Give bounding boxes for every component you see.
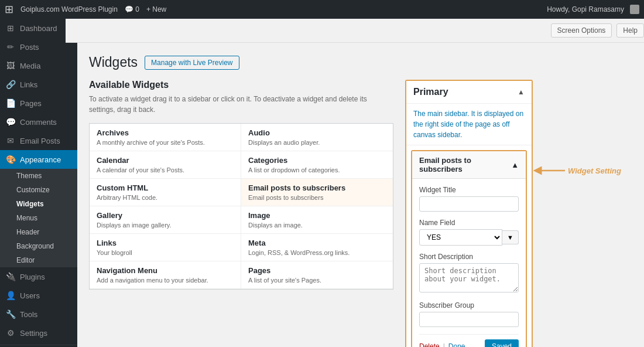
page-title: Widgets: [89, 55, 138, 70]
sidebar-item-appearance[interactable]: 🎨 Appearance: [0, 150, 77, 169]
name-field-dropdown-btn[interactable]: ▼: [502, 230, 519, 244]
saved-button[interactable]: Saved: [485, 339, 519, 347]
widget-desc-custom-html: Arbitrary HTML code.: [97, 194, 234, 201]
widget-cell-pages[interactable]: Pages A list of your site's Pages.: [241, 261, 393, 289]
submenu-item-menus[interactable]: Menus: [0, 211, 77, 225]
sidebar-label-pages: Pages: [20, 99, 42, 108]
email-widget-expanded: Email posts to subscribers ▲ Widget Titl…: [411, 150, 527, 347]
subscriber-group-input[interactable]: [419, 312, 519, 327]
posts-icon: ✏: [6, 42, 15, 52]
sidebar-item-plugins[interactable]: 🔌 Plugins: [0, 267, 77, 286]
widget-title-calendar: Calendar: [97, 156, 234, 165]
widget-expanded-header[interactable]: Email posts to subscribers ▲: [412, 151, 526, 179]
sidebar-item-tools[interactable]: 🔧 Tools: [0, 305, 77, 324]
screen-options-button[interactable]: Screen Options: [551, 23, 612, 38]
email-posts-icon: ✉: [6, 136, 15, 145]
wp-logo-icon[interactable]: ⊞: [5, 3, 13, 16]
widgets-container: Available Widgets To activate a widget d…: [89, 80, 632, 347]
widget-cell-navigation-menu[interactable]: Navigation Menu Add a navigation menu to…: [90, 261, 241, 289]
widget-desc-categories: A list or dropdown of categories.: [248, 166, 386, 174]
primary-panel-description: The main sidebar. It is displayed on the…: [406, 104, 532, 145]
done-widget-link[interactable]: Done: [448, 342, 465, 347]
plugins-icon: 🔌: [6, 272, 15, 281]
primary-panel: Primary ▲ The main sidebar. It is displa…: [405, 80, 533, 347]
site-name[interactable]: Goiplus.com WordPress Plugin: [20, 5, 118, 13]
widget-cell-calendar[interactable]: Calendar A calendar of your site's Posts…: [90, 151, 241, 179]
widget-title-audio: Audio: [248, 128, 386, 137]
dashboard-icon: ⊞: [6, 23, 15, 33]
delete-widget-link[interactable]: Delete: [419, 342, 440, 347]
avatar: [630, 5, 639, 14]
admin-bar: ⊞ Goiplus.com WordPress Plugin 💬 0 + New…: [0, 0, 644, 19]
widget-cell-audio[interactable]: Audio Displays an audio player.: [241, 124, 393, 151]
screen-options-bar: Screen Options Help: [66, 19, 644, 43]
comments-link[interactable]: 💬 0: [125, 5, 139, 13]
menu-separator: [0, 345, 77, 345]
primary-panel-header: Primary ▲: [406, 81, 532, 104]
sidebar-item-comments[interactable]: 💬 Comments: [0, 113, 77, 131]
widget-cell-archives[interactable]: Archives A monthly archive of your site'…: [90, 124, 241, 151]
pages-icon: 📄: [6, 98, 15, 108]
sidebar-item-links[interactable]: 🔗 Links: [0, 75, 77, 94]
widget-setting-annotation: Widget Setting: [533, 80, 632, 179]
link-separator: |: [443, 342, 445, 347]
widget-desc-archives: A monthly archive of your site's Posts.: [97, 139, 234, 146]
name-field-select[interactable]: YES NO: [419, 229, 502, 246]
widget-expanded-title: Email posts to subscribers: [419, 156, 511, 174]
widget-title-navigation-menu: Navigation Menu: [97, 266, 234, 275]
widget-title-links: Links: [97, 239, 234, 247]
short-desc-textarea[interactable]: [419, 263, 519, 292]
widget-cell-categories[interactable]: Categories A list or dropdown of categor…: [241, 151, 393, 179]
primary-sidebar-area: Primary ▲ The main sidebar. It is displa…: [405, 80, 533, 347]
widget-title-field: Widget Title: [419, 186, 519, 212]
new-content-button[interactable]: + New: [146, 5, 166, 13]
media-icon: 🖼: [6, 61, 15, 70]
short-desc-field: Short Description: [419, 253, 519, 294]
widget-cell-gallery[interactable]: Gallery Displays an image gallery.: [90, 206, 241, 234]
live-preview-button[interactable]: Manage with Live Preview: [145, 56, 239, 70]
submenu-item-widgets[interactable]: Widgets: [0, 197, 77, 211]
widget-title-label: Widget Title: [419, 186, 519, 194]
widget-title-custom-html: Custom HTML: [97, 183, 234, 192]
widget-title-categories: Categories: [248, 156, 386, 165]
name-field-label: Name Field: [419, 219, 519, 227]
user-greeting: Howdy, Gopi Ramasamy: [547, 5, 624, 13]
primary-collapse-icon[interactable]: ▲: [518, 88, 525, 96]
sidebar-label-media: Media: [20, 62, 40, 70]
annotation-text: Widget Setting: [568, 166, 621, 175]
comments-menu-icon: 💬: [6, 117, 15, 127]
widget-cell-email-posts[interactable]: Email posts to subscribers Email posts t…: [241, 179, 393, 206]
widget-cell-links[interactable]: Links Your blogroll: [90, 234, 241, 261]
submenu-item-background[interactable]: Background: [0, 239, 77, 253]
submenu-item-editor[interactable]: Editor: [0, 253, 77, 267]
annotation-arrow-svg: [533, 162, 568, 179]
sidebar-item-users[interactable]: 👤 Users: [0, 286, 77, 305]
sidebar-item-pages[interactable]: 📄 Pages: [0, 94, 77, 113]
widget-cell-image[interactable]: Image Displays an image.: [241, 206, 393, 234]
submenu-item-header[interactable]: Header: [0, 225, 77, 239]
comments-icon: 💬: [125, 5, 133, 13]
widget-desc-gallery: Displays an image gallery.: [97, 222, 234, 229]
widget-cell-meta[interactable]: Meta Login, RSS, & WordPress.org links.: [241, 234, 393, 261]
submenu-item-customize[interactable]: Customize: [0, 183, 77, 197]
widget-grid: Archives A monthly archive of your site'…: [89, 123, 393, 290]
submenu-item-themes[interactable]: Themes: [0, 169, 77, 183]
comments-count: 0: [135, 5, 139, 13]
widget-action-links: Delete | Done: [419, 342, 465, 347]
sidebar-label-comments: Comments: [20, 118, 57, 127]
widget-desc-navigation-menu: Add a navigation menu to your sidebar.: [97, 277, 234, 284]
widget-desc-audio: Displays an audio player.: [248, 139, 386, 146]
widget-desc-links: Your blogroll: [97, 249, 234, 256]
sidebar-item-settings[interactable]: ⚙ Settings: [0, 324, 77, 342]
widget-title-archives: Archives: [97, 128, 234, 137]
widget-desc-email-posts: Email posts to subscribers: [248, 194, 386, 201]
sidebar-item-email-posts[interactable]: ✉ Email Posts: [0, 131, 77, 150]
appearance-icon: 🎨: [6, 155, 15, 164]
sidebar-item-media[interactable]: 🖼 Media: [0, 56, 77, 75]
help-button[interactable]: Help: [616, 23, 644, 38]
widget-cell-custom-html[interactable]: Custom HTML Arbitrary HTML code.: [90, 179, 241, 206]
subscriber-group-label: Subscriber Group: [419, 301, 519, 309]
sidebar-label-users: Users: [20, 291, 40, 300]
widget-actions: Delete | Done Saved: [419, 334, 519, 347]
widget-title-input[interactable]: [419, 196, 519, 212]
